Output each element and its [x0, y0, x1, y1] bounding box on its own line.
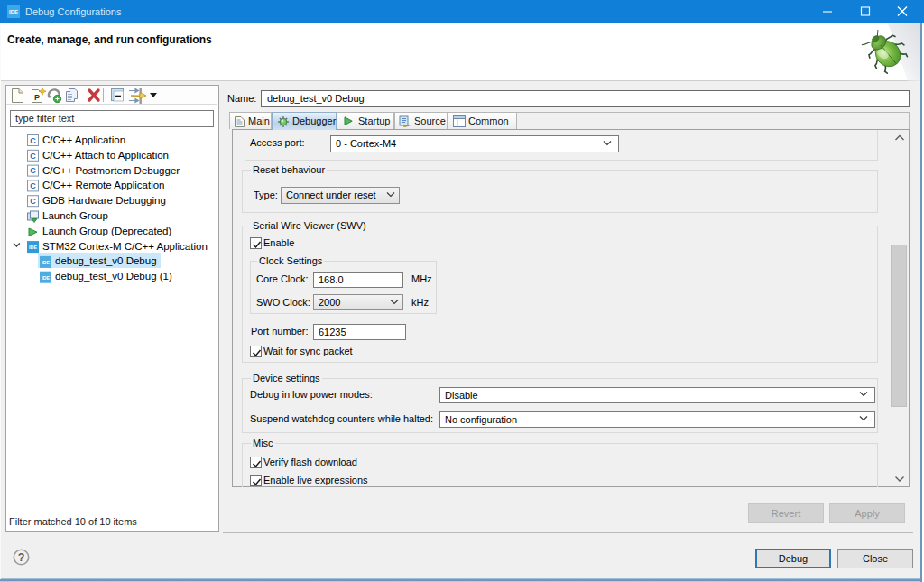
- svg-text:IDE: IDE: [42, 275, 51, 281]
- svg-text:C: C: [30, 197, 36, 206]
- svg-text:?: ?: [18, 551, 25, 564]
- svg-text:C: C: [30, 166, 36, 175]
- svg-text:C: C: [30, 181, 36, 190]
- svg-text:IDE: IDE: [42, 260, 51, 265]
- svg-text:IDE: IDE: [29, 245, 38, 250]
- svg-text:P: P: [34, 93, 40, 102]
- svg-text:C: C: [30, 136, 36, 145]
- svg-text:C: C: [30, 152, 36, 161]
